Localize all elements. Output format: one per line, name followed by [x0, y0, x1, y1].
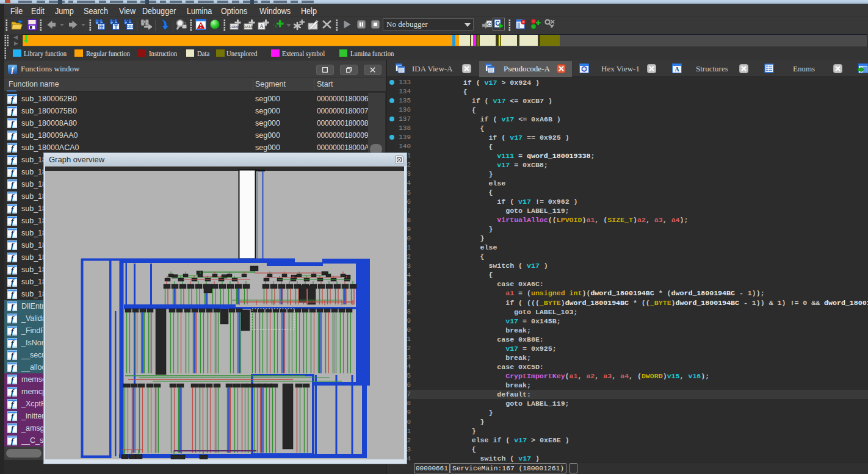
svg-text:A: A	[259, 23, 264, 29]
svg-text:C: C	[495, 20, 499, 27]
svg-text:CODE: CODE	[230, 25, 239, 29]
svg-text:‘s’: ‘s’	[273, 23, 279, 29]
svg-text:DATA: DATA	[244, 25, 253, 29]
svg-text:101: 101	[127, 24, 134, 29]
svg-text:C: C	[487, 21, 491, 27]
svg-text:A: A	[675, 66, 679, 73]
